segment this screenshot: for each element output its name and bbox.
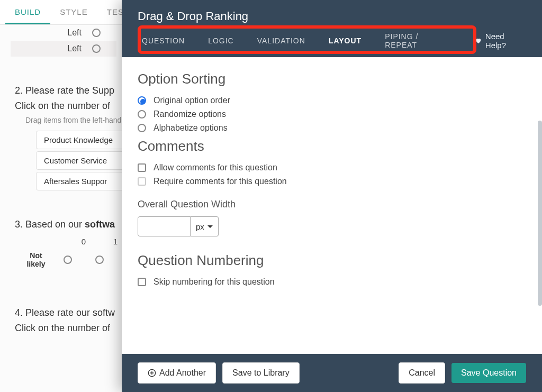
need-help-label: Need Help? — [485, 32, 526, 50]
tab-question[interactable]: QUESTION — [142, 37, 185, 45]
question-text-bold: softwa — [85, 219, 115, 230]
radio-icon — [138, 124, 146, 132]
radio-icon — [138, 96, 146, 105]
bg-row-label: Left — [67, 28, 82, 38]
checkbox-label: Require comments for this question — [153, 177, 287, 186]
checkbox-label: Skip numbering for this question — [153, 277, 275, 287]
scrollbar[interactable] — [538, 121, 542, 306]
section-numbering: Question Numbering — [138, 252, 526, 269]
option-alphabetize[interactable]: Alphabetize options — [138, 123, 526, 133]
option-label: Alphabetize options — [153, 123, 228, 133]
section-option-sorting: Option Sorting — [138, 71, 526, 87]
bg-row-label: Left — [67, 44, 82, 53]
question-editor-modal: Drag & Drop Ranking QUESTION LOGIC VALID… — [122, 0, 542, 392]
cancel-button[interactable]: Cancel — [399, 362, 445, 384]
tab-piping[interactable]: PIPING / REPEAT — [385, 32, 451, 49]
width-unit-dropdown[interactable]: px — [191, 216, 219, 236]
tab-layout[interactable]: LAYOUT — [329, 37, 362, 45]
radio-icon[interactable] — [92, 44, 101, 53]
bg-row-left-2: Left — [11, 41, 116, 57]
checkbox-icon — [138, 163, 146, 172]
chevron-down-icon — [207, 225, 213, 228]
checkbox-icon — [138, 278, 146, 286]
option-label: Original option order — [153, 96, 230, 105]
radio-icon[interactable] — [92, 29, 101, 37]
question-text-part: 3. Based on our — [15, 219, 85, 230]
option-label: Randomize options — [153, 110, 226, 119]
checkbox-skip-numbering[interactable]: Skip numbering for this question — [138, 277, 526, 287]
width-control: px — [138, 216, 526, 236]
save-question-label: Save Question — [461, 368, 517, 378]
scale-row-label: Not likely — [20, 251, 52, 268]
modal-body: Option Sorting Original option order Ran… — [122, 57, 542, 354]
bg-row-left-1: Left — [11, 25, 116, 41]
save-to-library-label: Save to Library — [232, 368, 290, 378]
plus-circle-icon — [148, 369, 156, 377]
tab-validation[interactable]: VALIDATION — [257, 37, 305, 45]
tab-style[interactable]: STYLE — [50, 0, 97, 24]
modal-tabs: QUESTION LOGIC VALIDATION LAYOUT PIPING … — [138, 32, 526, 57]
heart-icon — [475, 37, 482, 44]
checkbox-allow-comments[interactable]: Allow comments for this question — [138, 163, 526, 172]
width-input[interactable] — [138, 216, 191, 236]
add-another-button[interactable]: Add Another — [138, 362, 216, 384]
tab-build[interactable]: BUILD — [5, 0, 50, 24]
section-comments: Comments — [138, 138, 526, 154]
section-overall-width: Overall Question Width — [138, 199, 526, 210]
radio-icon[interactable] — [64, 256, 72, 264]
modal-header: Drag & Drop Ranking QUESTION LOGIC VALID… — [122, 0, 542, 57]
checkbox-label: Allow comments for this question — [153, 163, 277, 172]
checkbox-require-comments[interactable]: Require comments for this question — [138, 177, 526, 186]
save-question-button[interactable]: Save Question — [451, 363, 526, 383]
add-another-label: Add Another — [159, 368, 206, 378]
modal-footer: Add Another Save to Library Cancel Save … — [122, 354, 542, 392]
cancel-label: Cancel — [409, 368, 435, 378]
option-original-order[interactable]: Original option order — [138, 96, 526, 105]
option-randomize[interactable]: Randomize options — [138, 110, 526, 119]
checkbox-icon — [138, 177, 146, 186]
save-to-library-button[interactable]: Save to Library — [222, 362, 300, 384]
width-unit-label: px — [196, 222, 204, 231]
need-help-link[interactable]: Need Help? — [475, 32, 526, 50]
scale-col-0: 0 — [68, 237, 100, 246]
radio-icon — [138, 110, 146, 118]
modal-title: Drag & Drop Ranking — [138, 10, 526, 23]
tab-logic[interactable]: LOGIC — [208, 37, 234, 45]
radio-icon[interactable] — [95, 256, 104, 264]
